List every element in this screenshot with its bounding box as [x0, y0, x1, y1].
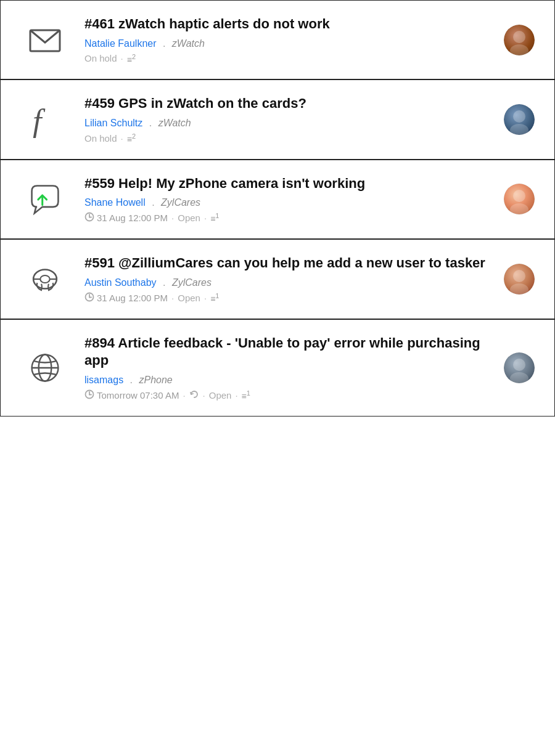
- ticket-time: 31 Aug 12:00 PM: [84, 292, 168, 304]
- ticket-avatar: [504, 104, 535, 135]
- clock-icon: [84, 389, 94, 401]
- svg-point-5: [510, 124, 528, 135]
- ticket-title: #459 GPS in zWatch on the cards?: [84, 95, 491, 113]
- ticket-content: #559 Help! My zPhone camera isn't workin…: [84, 175, 491, 224]
- ticket-item-2[interactable]: f #459 GPS in zWatch on the cards?Lilian…: [0, 79, 555, 159]
- meta-dot: ·: [183, 390, 185, 400]
- ticket-avatar: [504, 184, 535, 214]
- svg-point-27: [510, 372, 528, 383]
- svg-point-2: [510, 44, 528, 55]
- clock-icon: [84, 292, 94, 304]
- ticket-meta: Tomorrow 07:30 AM· · Open · ≡1: [84, 389, 491, 401]
- ticket-item-1[interactable]: #461 zWatch haptic alerts do not workNat…: [0, 0, 555, 79]
- ticket-item-3[interactable]: #559 Help! My zPhone camera isn't workin…: [0, 160, 555, 240]
- submitter-name[interactable]: Austin Southaby: [84, 277, 157, 288]
- ticket-submitter: Shane Howell . ZylCares: [84, 197, 491, 208]
- ticket-title: #894 Article feedback - 'Unable to pay' …: [84, 335, 491, 370]
- svg-text:f: f: [33, 104, 46, 138]
- ticket-status: On hold: [84, 53, 117, 63]
- priority-icon: ≡2: [127, 132, 136, 144]
- svg-point-26: [513, 359, 525, 371]
- meta-dot: ·: [235, 390, 237, 400]
- avatar-image: [504, 184, 535, 214]
- submitter-name[interactable]: Lilian Schultz: [84, 118, 142, 128]
- ticket-meta: 31 Aug 12:00 PM · Open · ≡1: [84, 212, 491, 224]
- ticket-status: Open: [209, 390, 232, 400]
- ticket-icon-phone: [20, 261, 70, 298]
- ticket-avatar: [504, 25, 535, 55]
- svg-point-10: [510, 203, 528, 214]
- time-text: Tomorrow 07:30 AM: [97, 390, 179, 400]
- submitter-separator: .: [160, 38, 168, 49]
- avatar-image: [504, 25, 535, 55]
- avatar-image: [504, 352, 535, 383]
- svg-point-9: [513, 190, 525, 202]
- submitter-separator: .: [127, 375, 135, 385]
- svg-point-1: [513, 31, 525, 43]
- ticket-time: Tomorrow 07:30 AM: [84, 389, 179, 401]
- ticket-product: zPhone: [139, 375, 172, 385]
- ticket-item-4[interactable]: #591 @ZilliumCares can you help me add a…: [0, 239, 555, 319]
- svg-point-12: [40, 275, 49, 283]
- meta-dot: ·: [121, 133, 123, 144]
- ticket-list: #461 zWatch haptic alerts do not workNat…: [0, 0, 555, 417]
- ticket-item-5[interactable]: #894 Article feedback - 'Unable to pay' …: [0, 319, 555, 417]
- meta-dot: ·: [171, 293, 174, 303]
- ticket-content: #459 GPS in zWatch on the cards?Lilian S…: [84, 95, 491, 144]
- ticket-content: #894 Article feedback - 'Unable to pay' …: [84, 335, 491, 401]
- meta-dot: ·: [203, 390, 205, 400]
- ticket-submitter: Lilian Schultz . zWatch: [84, 118, 491, 129]
- svg-point-19: [510, 283, 528, 295]
- ticket-icon-chat: [20, 181, 70, 217]
- clock-icon: [84, 212, 94, 224]
- ticket-submitter: Austin Southaby . ZylCares: [84, 277, 491, 288]
- meta-dot: ·: [171, 213, 174, 223]
- meta-dot: ·: [121, 53, 123, 63]
- avatar-image: [504, 104, 535, 135]
- submitter-separator: .: [149, 197, 157, 208]
- ticket-product: zWatch: [172, 38, 205, 49]
- ticket-product: ZylCares: [172, 277, 212, 288]
- submitter-name[interactable]: lisamags: [84, 375, 123, 385]
- ticket-submitter: lisamags . zPhone: [84, 375, 491, 386]
- ticket-title: #591 @ZilliumCares can you help me add a…: [84, 254, 491, 272]
- ticket-avatar: [504, 352, 535, 383]
- ticket-icon-email: [20, 22, 70, 59]
- svg-point-4: [513, 110, 525, 123]
- ticket-title: #461 zWatch haptic alerts do not work: [84, 15, 491, 33]
- ticket-status: Open: [178, 293, 200, 303]
- recurring-icon: [189, 389, 199, 401]
- submitter-separator: .: [146, 118, 154, 128]
- ticket-status: On hold: [84, 133, 117, 144]
- ticket-product: ZylCares: [161, 197, 200, 208]
- ticket-product: zWatch: [158, 118, 191, 128]
- ticket-icon-globe: [20, 349, 70, 386]
- meta-dot: ·: [204, 293, 207, 303]
- submitter-name[interactable]: Natalie Faulkner: [84, 38, 157, 49]
- ticket-meta: On hold · ≡2: [84, 132, 491, 144]
- ticket-content: #461 zWatch haptic alerts do not workNat…: [84, 15, 491, 64]
- time-text: 31 Aug 12:00 PM: [97, 213, 168, 223]
- ticket-meta: 31 Aug 12:00 PM · Open · ≡1: [84, 292, 491, 304]
- svg-point-18: [513, 270, 525, 282]
- priority-icon: ≡1: [242, 389, 250, 401]
- submitter-name[interactable]: Shane Howell: [84, 197, 146, 208]
- ticket-content: #591 @ZilliumCares can you help me add a…: [84, 254, 491, 304]
- submitter-separator: .: [160, 277, 168, 288]
- priority-icon: ≡1: [210, 212, 219, 224]
- avatar-image: [504, 264, 535, 295]
- meta-dot: ·: [204, 213, 207, 223]
- ticket-status: Open: [178, 213, 200, 223]
- priority-icon: ≡2: [127, 53, 136, 65]
- time-text: 31 Aug 12:00 PM: [97, 293, 168, 303]
- ticket-time: 31 Aug 12:00 PM: [84, 212, 168, 224]
- ticket-title: #559 Help! My zPhone camera isn't workin…: [84, 175, 491, 193]
- ticket-icon-facebook: f: [20, 101, 70, 138]
- ticket-meta: On hold · ≡2: [84, 53, 491, 65]
- priority-icon: ≡1: [210, 292, 219, 304]
- ticket-submitter: Natalie Faulkner . zWatch: [84, 38, 491, 49]
- ticket-avatar: [504, 264, 535, 295]
